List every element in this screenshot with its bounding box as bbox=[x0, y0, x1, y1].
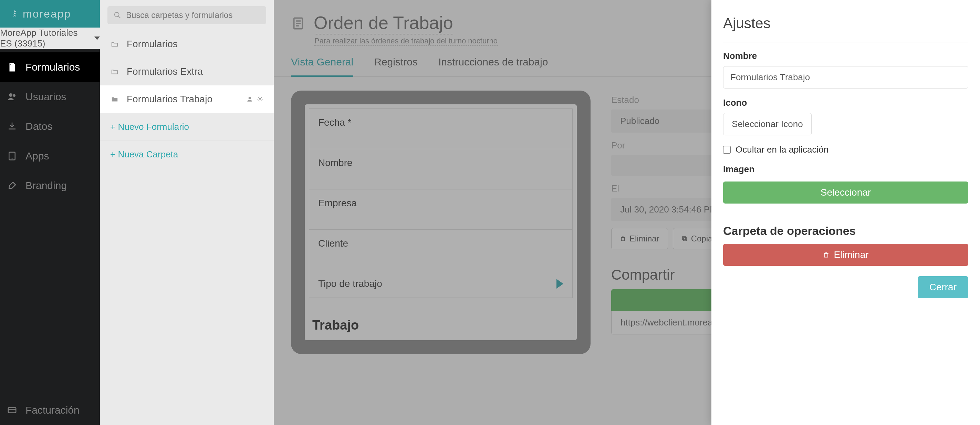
nav-item-usuarios[interactable]: Usuarios bbox=[0, 82, 100, 111]
field-label: Cliente bbox=[318, 238, 563, 249]
form-section-heading: Trabajo bbox=[309, 310, 573, 336]
folder-row[interactable]: Formularios bbox=[100, 30, 274, 58]
form-field: Cliente bbox=[309, 230, 573, 270]
field-label: Nombre bbox=[318, 158, 563, 169]
tab-instrucciones[interactable]: Instrucciones de trabajo bbox=[438, 56, 548, 76]
brand-icon bbox=[10, 9, 19, 18]
select-image-button[interactable]: Seleccionar bbox=[723, 181, 968, 204]
svg-rect-4 bbox=[8, 408, 16, 413]
svg-point-9 bbox=[259, 99, 261, 100]
user-icon[interactable] bbox=[246, 96, 253, 103]
field-label: Empresa bbox=[318, 198, 563, 209]
download-icon bbox=[7, 121, 17, 132]
brand-text: moreapp bbox=[23, 8, 71, 20]
page-subtitle[interactable]: Para realizar las órdenes de trabajo del… bbox=[314, 37, 498, 46]
form-select-field: Tipo de trabajo bbox=[309, 270, 573, 298]
settings-icon-label: Icono bbox=[723, 97, 968, 108]
form-preview: Fecha * Nombre Empresa Cliente Tipo de t… bbox=[291, 91, 590, 354]
nav-label: Apps bbox=[25, 150, 49, 162]
add-folder-link[interactable]: + Nueva Carpeta bbox=[100, 140, 274, 168]
svg-point-6 bbox=[115, 13, 119, 17]
svg-point-0 bbox=[9, 93, 13, 97]
org-name: MoreApp Tutoriales ES (33915) bbox=[0, 27, 92, 49]
tab-registros[interactable]: Registros bbox=[374, 56, 418, 76]
nav-item-facturacion[interactable]: Facturación bbox=[0, 395, 100, 425]
settings-title: Ajustes bbox=[723, 15, 968, 42]
field-label: Tipo de trabajo bbox=[318, 278, 382, 289]
forms-icon bbox=[7, 62, 17, 72]
close-button[interactable]: Cerrar bbox=[918, 276, 968, 298]
select-icon-button[interactable]: Seleccionar Icono bbox=[723, 113, 811, 135]
nav-item-formularios[interactable]: Formularios bbox=[0, 53, 100, 82]
settings-image-label: Imagen bbox=[723, 164, 968, 175]
form-field: Fecha * bbox=[309, 108, 573, 149]
document-icon bbox=[291, 16, 305, 31]
chevron-right-icon bbox=[557, 279, 563, 289]
search-input[interactable] bbox=[126, 10, 260, 20]
folders-column: Formularios Formularios Extra Formulario… bbox=[100, 0, 274, 425]
svg-point-1 bbox=[13, 94, 16, 97]
folder-open-icon bbox=[110, 40, 119, 48]
nav-item-apps[interactable]: Apps bbox=[0, 141, 100, 171]
svg-rect-15 bbox=[682, 237, 686, 240]
tablet-icon bbox=[7, 151, 17, 161]
settings-name-label: Nombre bbox=[723, 51, 968, 61]
folder-label: Formularios Trabajo bbox=[127, 94, 212, 105]
nav-item-datos[interactable]: Datos bbox=[0, 111, 100, 141]
svg-line-7 bbox=[118, 16, 121, 18]
folder-label: Formularios Extra bbox=[127, 66, 203, 77]
caret-down-icon bbox=[94, 37, 100, 40]
tab-vista-general[interactable]: Vista General bbox=[291, 56, 353, 77]
nav-item-branding[interactable]: Branding bbox=[0, 171, 100, 201]
org-selector[interactable]: MoreApp Tutoriales ES (33915) bbox=[0, 27, 100, 49]
nav-label: Formularios bbox=[25, 61, 80, 73]
trash-icon bbox=[620, 236, 626, 242]
svg-point-3 bbox=[12, 158, 13, 159]
operations-heading: Carpeta de operaciones bbox=[723, 224, 968, 238]
svg-rect-14 bbox=[684, 238, 687, 241]
brush-icon bbox=[7, 180, 17, 191]
hide-checkbox[interactable] bbox=[723, 146, 731, 154]
gear-icon[interactable] bbox=[256, 96, 263, 103]
page-title[interactable]: Orden de Trabajo bbox=[314, 13, 453, 35]
nav-label: Facturación bbox=[25, 404, 80, 416]
settings-name-input[interactable] bbox=[723, 66, 968, 89]
folder-label: Formularios bbox=[127, 38, 178, 49]
form-field: Empresa bbox=[309, 189, 573, 230]
search-icon bbox=[114, 11, 121, 19]
svg-point-8 bbox=[249, 97, 251, 99]
brand-bar: moreapp bbox=[0, 0, 100, 27]
form-field: Nombre bbox=[309, 149, 573, 189]
settings-panel: Ajustes Nombre Icono Seleccionar Icono O… bbox=[711, 0, 980, 425]
delete-button[interactable]: Eliminar bbox=[611, 228, 668, 249]
folder-row-selected[interactable]: Formularios Trabajo bbox=[100, 85, 274, 113]
sidebar-nav: moreapp MoreApp Tutoriales ES (33915) Fo… bbox=[0, 0, 100, 425]
nav-label: Datos bbox=[25, 121, 52, 132]
copy-icon bbox=[681, 236, 688, 242]
hide-checkbox-row[interactable]: Ocultar en la aplicación bbox=[723, 144, 968, 155]
add-form-link[interactable]: + Nuevo Formulario bbox=[100, 113, 274, 140]
folder-icon bbox=[110, 96, 119, 103]
credit-card-icon bbox=[7, 405, 17, 415]
folder-row[interactable]: Formularios Extra bbox=[100, 58, 274, 85]
search-field bbox=[107, 6, 266, 24]
folder-open-icon bbox=[110, 68, 119, 75]
nav-label: Branding bbox=[25, 180, 67, 191]
field-label: Fecha * bbox=[318, 117, 563, 128]
delete-folder-button[interactable]: Eliminar bbox=[723, 244, 968, 266]
nav-label: Usuarios bbox=[25, 91, 66, 103]
users-icon bbox=[7, 92, 17, 102]
nav-list: Formularios Usuarios Datos Apps Branding bbox=[0, 49, 100, 425]
hide-checkbox-label: Ocultar en la aplicación bbox=[735, 144, 829, 155]
trash-icon bbox=[822, 251, 829, 258]
